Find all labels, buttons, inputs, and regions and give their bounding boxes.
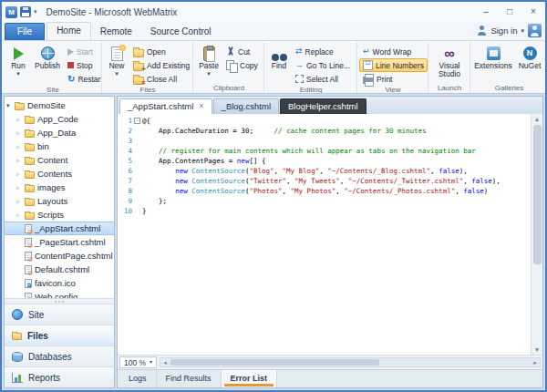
new-button[interactable]: New ▾ bbox=[104, 43, 129, 86]
select-all-button[interactable]: Select All bbox=[292, 72, 354, 86]
go-to-line-button[interactable]: → Go To Line... bbox=[292, 58, 354, 72]
workspace-reports-button[interactable]: Reports bbox=[5, 366, 114, 387]
tree-item[interactable]: ▹bin bbox=[5, 139, 114, 153]
expand-arrow-icon[interactable]: ▹ bbox=[16, 157, 25, 164]
expand-arrow-icon[interactable]: ▹ bbox=[16, 116, 25, 123]
doc-tab-blog[interactable]: _Blog.cshtml bbox=[213, 98, 279, 114]
tree-item[interactable]: ▹App_Code bbox=[5, 112, 114, 126]
doc-tab-bloghelper[interactable]: BlogHelper.cshtml bbox=[280, 98, 366, 114]
minimize-button[interactable]: – bbox=[474, 4, 498, 20]
scroll-right-icon[interactable]: ▸ bbox=[531, 359, 540, 366]
editor-panel: _AppStart.cshtml × _Blog.cshtml BlogHelp… bbox=[117, 96, 543, 388]
webmatrix-app-icon[interactable]: M bbox=[5, 6, 17, 18]
code-lines[interactable]: 1-@{2 App.CacheDuration = 30; // cache c… bbox=[118, 114, 531, 355]
copy-button[interactable]: Copy bbox=[222, 58, 262, 72]
find-label: Find bbox=[272, 62, 287, 70]
code-line[interactable]: 9 }; bbox=[118, 196, 531, 206]
open-label: Open bbox=[147, 47, 166, 57]
word-wrap-button[interactable]: ↵ Word Wrap bbox=[359, 45, 428, 58]
close-tab-icon[interactable]: × bbox=[199, 102, 203, 110]
code-line[interactable]: 8 new ContentSource("Photos", "My Photos… bbox=[118, 186, 531, 196]
expand-arrow-icon[interactable]: ▾ bbox=[6, 102, 15, 109]
nuget-button[interactable]: N NuGet bbox=[514, 43, 545, 84]
expand-arrow-icon[interactable]: ▹ bbox=[16, 143, 25, 150]
tree-item[interactable]: favicon.ico bbox=[5, 276, 114, 290]
visual-studio-label: Visual Studio bbox=[430, 62, 469, 78]
code-line[interactable]: 10} bbox=[118, 206, 531, 216]
extensions-button[interactable]: Extensions bbox=[472, 43, 514, 84]
tab-find-results[interactable]: Find Results bbox=[157, 370, 222, 387]
tree-item[interactable]: _AppStart.cshtml bbox=[5, 222, 114, 235]
code-line[interactable]: 2 App.CacheDuration = 30; // cache conte… bbox=[118, 126, 531, 136]
code-line[interactable]: 3 bbox=[118, 136, 531, 146]
code-line[interactable]: 1-@{ bbox=[118, 116, 531, 126]
add-existing-button[interactable]: + Add Existing bbox=[129, 58, 193, 72]
tree-item[interactable]: ▹images bbox=[5, 181, 114, 194]
tree-item[interactable]: ▹Content bbox=[5, 153, 114, 167]
run-button[interactable]: Run ▾ bbox=[5, 43, 31, 86]
tree-item[interactable]: ContentPage.cshtml bbox=[5, 249, 114, 263]
expand-arrow-icon[interactable]: ▹ bbox=[16, 211, 25, 219]
horizontal-scroll-thumb[interactable] bbox=[170, 359, 379, 366]
save-icon[interactable] bbox=[20, 6, 31, 17]
site-workspace-label: Site bbox=[28, 310, 44, 320]
horizontal-scrollbar[interactable]: ◂ ▸ bbox=[160, 357, 541, 367]
find-button[interactable]: Find bbox=[266, 43, 292, 86]
expand-arrow-icon[interactable]: ▹ bbox=[16, 184, 25, 191]
visual-studio-button[interactable]: ∞ Visual Studio bbox=[430, 43, 469, 84]
cut-button[interactable]: Cut bbox=[222, 45, 262, 58]
zoom-control[interactable]: 100 % ▾ bbox=[119, 356, 157, 368]
site-group-label: Site bbox=[5, 86, 100, 93]
doc-tab-appstart[interactable]: _AppStart.cshtml × bbox=[119, 98, 212, 114]
print-button[interactable]: Print bbox=[359, 72, 428, 86]
tab-file[interactable]: File bbox=[5, 23, 45, 40]
scroll-up-icon[interactable]: ▲ bbox=[534, 114, 541, 124]
code-line[interactable]: 5 App.ContentPages = new[] { bbox=[118, 156, 531, 166]
new-file-icon bbox=[111, 46, 123, 61]
extensions-icon bbox=[487, 46, 501, 60]
tab-home[interactable]: Home bbox=[46, 22, 91, 40]
code-line[interactable]: 7 new ContentSource("Twitter", "My Tweet… bbox=[118, 176, 531, 186]
line-numbers-button[interactable]: 12 Line Numbers bbox=[359, 58, 428, 72]
tab-remote[interactable]: Remote bbox=[91, 24, 141, 40]
tree-item[interactable]: Web.config bbox=[5, 290, 114, 298]
close-button[interactable]: × bbox=[521, 4, 545, 20]
expand-arrow-icon[interactable]: ▹ bbox=[16, 170, 25, 178]
restart-button[interactable]: ↻ Restart bbox=[64, 72, 102, 86]
scroll-left-icon[interactable]: ◂ bbox=[160, 359, 170, 366]
tree-item[interactable]: ▹Scripts bbox=[5, 208, 114, 222]
publish-button[interactable]: Publish bbox=[31, 43, 64, 86]
tree-item[interactable]: ▹App_Data bbox=[5, 126, 114, 139]
paste-button[interactable]: Paste ▾ bbox=[195, 43, 222, 84]
scroll-down-icon[interactable]: ▼ bbox=[534, 345, 541, 355]
tree-item[interactable]: _PageStart.cshtml bbox=[5, 235, 114, 249]
tree-item[interactable]: Default.cshtml bbox=[5, 263, 114, 276]
tree-item[interactable]: ▹Contents bbox=[5, 167, 114, 181]
code-line[interactable]: 4 // register for main contents which wi… bbox=[118, 146, 531, 156]
workspace-files-button[interactable]: Files bbox=[5, 325, 114, 346]
account-avatar[interactable] bbox=[528, 24, 542, 37]
tab-error-list[interactable]: Error List bbox=[222, 370, 278, 387]
tab-logs[interactable]: Logs bbox=[119, 370, 157, 387]
vertical-scrollbar[interactable]: ▲ ▼ bbox=[531, 114, 542, 355]
tree-item[interactable]: ▹Layouts bbox=[5, 194, 114, 208]
stop-button[interactable]: Stop bbox=[64, 58, 102, 72]
close-all-button[interactable]: × Close All bbox=[129, 72, 193, 86]
sign-in-button[interactable]: Sign in ▾ bbox=[477, 24, 545, 40]
tab-source-control[interactable]: Source Control bbox=[141, 24, 221, 40]
expand-arrow-icon[interactable]: ▹ bbox=[16, 198, 25, 205]
expand-arrow-icon[interactable]: ▹ bbox=[16, 129, 25, 137]
qat-dropdown-icon[interactable]: ▾ bbox=[34, 8, 37, 15]
maximize-button[interactable]: □ bbox=[498, 4, 521, 20]
open-button[interactable]: Open bbox=[129, 45, 193, 58]
workspace-site-button[interactable]: Site bbox=[5, 304, 114, 325]
code-line[interactable]: 6 new ContentSource("Blog", "My Blog", "… bbox=[118, 166, 531, 176]
tree-item-label: _PageStart.cshtml bbox=[35, 237, 106, 247]
titlebar: M ▾ DemoSite - Microsoft WebMatrix – □ × bbox=[2, 2, 545, 22]
tree-item[interactable]: ▾DemoSite bbox=[5, 98, 114, 112]
workspace-databases-button[interactable]: Databases bbox=[5, 346, 114, 366]
replace-button[interactable]: ⇄ Replace bbox=[292, 45, 354, 58]
fold-marker-icon[interactable]: - bbox=[134, 116, 142, 126]
main-area: ▾DemoSite▹App_Code▹App_Data▹bin▹Content▹… bbox=[2, 94, 545, 390]
vertical-scroll-thumb[interactable] bbox=[533, 125, 542, 264]
